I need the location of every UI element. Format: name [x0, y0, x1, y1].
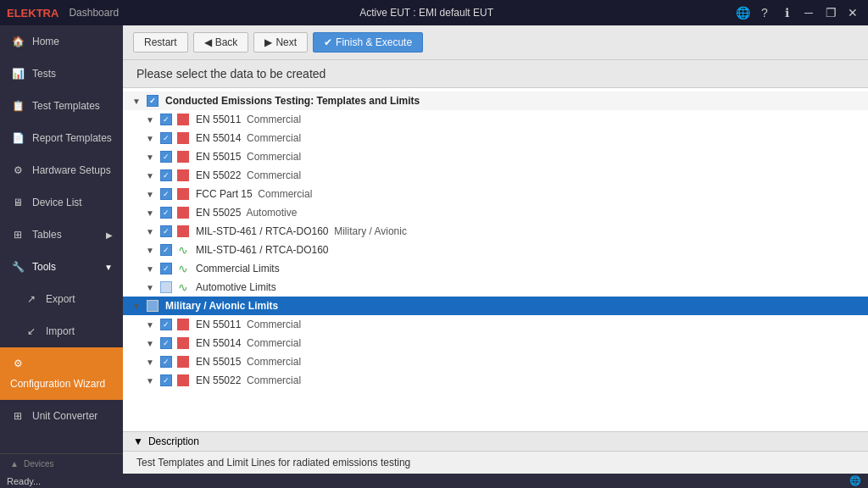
sidebar-item-tables[interactable]: ⊞ Tables ▶	[0, 219, 123, 251]
en55022-1-label: EN 55022 Commercial	[196, 169, 301, 181]
en55015-2-label: EN 55015 Commercial	[196, 356, 301, 368]
checkbox-en55015-2[interactable]: ✓	[160, 356, 172, 368]
checkbox-en55011-1[interactable]: ✓	[160, 114, 172, 125]
description-body: Test Templates and Limit Lines for radia…	[123, 452, 868, 474]
help-icon[interactable]: ?	[756, 6, 773, 19]
back-arrow-icon: ◀	[204, 36, 212, 48]
checkbox-en55014-1[interactable]: ✓	[160, 132, 172, 144]
expand-en55022-2-icon[interactable]: ▼	[143, 374, 157, 387]
description-text: Test Templates and Limit Lines for radia…	[136, 457, 410, 469]
section-label: Dashboard	[69, 7, 119, 19]
checkbox-commercial-limits[interactable]: ✓	[160, 244, 172, 256]
checkbox-en55022-1[interactable]: ✓	[160, 169, 172, 181]
sidebar-bottom: ▲ Devices	[0, 453, 123, 474]
checkbox-automotive-limits[interactable]: ✓	[160, 263, 172, 274]
description-toggle[interactable]: ▼ Description	[123, 432, 868, 452]
sidebar-item-import[interactable]: ↙ Import	[0, 315, 123, 347]
tree-row-en55014-2[interactable]: ▼ ✓ EN 55014 Commercial	[123, 334, 868, 352]
tree-row-milstd461-1[interactable]: ▼ ✓ MIL-STD-461 / RTCA-DO160 Military / …	[123, 222, 868, 241]
close-btn[interactable]: ✕	[844, 6, 861, 19]
tree-row-conducted-header[interactable]: ▼ ✓ Conducted Emissions Testing: Templat…	[123, 92, 868, 110]
tree-row-automotive-limits[interactable]: ▼ ✓ ∿ Commercial Limits	[123, 259, 868, 278]
page-title: Please select the data to be created	[136, 67, 854, 80]
tree-row-radiated-header[interactable]: ▼ Military / Avionic Limits	[123, 297, 868, 315]
sidebar-item-test-templates[interactable]: 📋 Test Templates	[0, 90, 123, 122]
red-icon-en55025-1	[177, 207, 189, 219]
config-wizard-icon: ⚙	[10, 356, 25, 371]
restore-btn[interactable]: ❐	[822, 6, 839, 19]
tree-row-en55022-2[interactable]: ▼ ✓ EN 55022 Commercial	[123, 371, 868, 390]
finish-execute-button[interactable]: ✔ Finish & Execute	[313, 32, 423, 53]
status-text: Ready...	[7, 476, 41, 486]
sidebar-item-report-templates[interactable]: 📄 Report Templates	[0, 122, 123, 154]
checkbox-milstd461-1[interactable]: ✓	[160, 225, 172, 237]
sidebar-item-tools[interactable]: 🔧 Tools ▼	[0, 251, 123, 283]
sidebar-item-tests[interactable]: 📊 Tests	[0, 58, 123, 90]
checkbox-en55015-1[interactable]: ✓	[160, 151, 172, 163]
tools-arrow-icon: ▼	[104, 263, 113, 272]
expand-desc-icon: ▼	[133, 435, 143, 447]
expand-automotive-limits-icon[interactable]: ▼	[143, 262, 157, 275]
globe-icon[interactable]: 🌐	[734, 6, 751, 19]
window-controls: 🌐 ? ℹ ─ ❐ ✕	[734, 6, 861, 19]
checkbox-fccpart15-1[interactable]: ✓	[160, 188, 172, 200]
import-label: Import	[46, 325, 75, 337]
expand-military-limits-icon[interactable]: ▼	[143, 280, 157, 294]
tree-row-fccpart15-1[interactable]: ▼ ✓ FCC Part 15 Commercial	[123, 185, 868, 203]
sidebar-item-home[interactable]: 🏠 Home	[0, 25, 123, 58]
expand-en55015-2-icon[interactable]: ▼	[143, 355, 157, 369]
tree-row-military-limits[interactable]: ▼ ∿ Automotive Limits	[123, 278, 868, 297]
checkbox-conducted-header[interactable]: ✓	[147, 95, 159, 107]
expand-en55014-2-icon[interactable]: ▼	[143, 336, 157, 350]
sidebar-item-config-wizard[interactable]: ⚙ Configuration Wizard	[0, 347, 123, 400]
expand-en55014-1-icon[interactable]: ▼	[143, 131, 157, 145]
back-button[interactable]: ◀ Back	[193, 32, 249, 53]
checkbox-en55025-1[interactable]: ✓	[160, 207, 172, 219]
next-button[interactable]: ▶ Next	[253, 32, 308, 53]
expand-en55025-1-icon[interactable]: ▼	[143, 206, 157, 219]
automotive-limits-label: Commercial Limits	[196, 263, 280, 274]
tree-row-commercial-limits[interactable]: ▼ ✓ ∿ MIL-STD-461 / RTCA-DO160	[123, 241, 868, 259]
restart-button[interactable]: Restart	[133, 32, 188, 53]
expand-en55022-1-icon[interactable]: ▼	[143, 169, 157, 182]
en55014-2-label: EN 55014 Commercial	[196, 337, 301, 349]
tree-row-en55011-2[interactable]: ▼ ✓ EN 55011 Commercial	[123, 315, 868, 334]
expand-en55011-1-icon[interactable]: ▼	[143, 113, 157, 126]
sidebar-item-export[interactable]: ↗ Export	[0, 283, 123, 315]
checkbox-en55014-2[interactable]: ✓	[160, 337, 172, 349]
minimize-btn[interactable]: ─	[800, 6, 817, 19]
sidebar-item-device-list[interactable]: 🖥 Device List	[0, 186, 123, 219]
checkbox-radiated-header[interactable]	[147, 300, 159, 312]
fccpart15-1-label: FCC Part 15 Commercial	[196, 188, 312, 200]
expand-commercial-limits-icon[interactable]: ▼	[143, 243, 157, 257]
network-icon: 🌐	[849, 475, 861, 486]
en55011-1-label: EN 55011 Commercial	[196, 114, 301, 125]
expand-fccpart15-1-icon[interactable]: ▼	[143, 187, 157, 201]
tables-arrow-icon: ▶	[106, 230, 113, 240]
tables-label: Tables	[32, 229, 62, 241]
expand-conducted-icon[interactable]: ▼	[130, 94, 143, 108]
expand-devices-icon: ▲	[10, 459, 19, 469]
checkmark-icon: ✔	[324, 36, 332, 48]
checkbox-en55022-2[interactable]: ✓	[160, 374, 172, 386]
expand-milstd461-1-icon[interactable]: ▼	[143, 225, 157, 238]
tree-row-en55015-1[interactable]: ▼ ✓ EN 55015 Commercial	[123, 147, 868, 166]
tree-row-en55022-1[interactable]: ▼ ✓ EN 55022 Commercial	[123, 166, 868, 185]
expand-en55015-1-icon[interactable]: ▼	[143, 150, 157, 164]
info-icon[interactable]: ℹ	[778, 6, 795, 19]
tree-row-en55015-2[interactable]: ▼ ✓ EN 55015 Commercial	[123, 352, 868, 371]
tree-row-en55011-1[interactable]: ▼ ✓ EN 55011 Commercial	[123, 110, 868, 129]
sidebar-item-hardware-setups[interactable]: ⚙ Hardware Setups	[0, 154, 123, 186]
checkbox-military-limits[interactable]	[160, 281, 172, 293]
tree-row-en55025-1[interactable]: ▼ ✓ EN 55025 Automotive	[123, 203, 868, 222]
red-icon-en55011-2	[177, 319, 189, 330]
red-icon-en55015-1	[177, 151, 189, 163]
tree-row-en55014-1[interactable]: ▼ ✓ EN 55014 Commercial	[123, 129, 868, 147]
sidebar-footer-devices[interactable]: ▲ Devices	[0, 454, 123, 474]
checkbox-en55011-2[interactable]: ✓	[160, 319, 172, 330]
expand-en55011-2-icon[interactable]: ▼	[143, 318, 157, 331]
sidebar-item-unit-converter[interactable]: ⊞ Unit Converter	[0, 400, 123, 432]
page-header: Please select the data to be created	[123, 60, 868, 88]
expand-radiated-icon[interactable]: ▼	[130, 299, 143, 313]
tree-container[interactable]: ▼ ✓ Conducted Emissions Testing: Templat…	[123, 88, 868, 431]
